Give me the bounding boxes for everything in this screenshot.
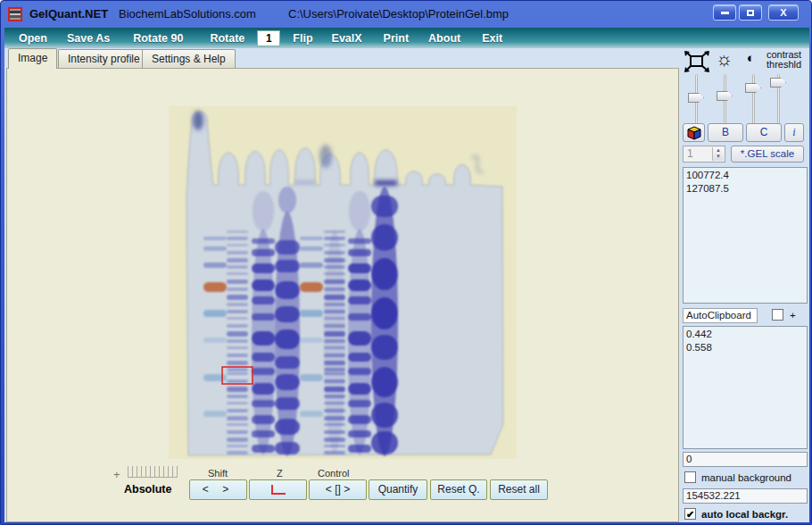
menu-evalx[interactable]: EvalX — [330, 32, 364, 45]
app-window: GelQuant.NET BiochemLabSolutions.com C:\… — [0, 0, 812, 525]
app-icon — [8, 7, 22, 21]
absolute-label: Absolute — [124, 483, 171, 496]
menu-about[interactable]: About — [427, 32, 462, 45]
minimize-icon — [721, 12, 729, 14]
z-button[interactable] — [249, 479, 307, 500]
tab-settings-help[interactable]: Settings & Help — [142, 49, 236, 68]
fit-zoom-icon[interactable] — [684, 51, 709, 72]
auto-local-checkbox[interactable]: ✔ — [684, 508, 696, 520]
open-file-path: C:\Users\Proivate\Desktop\ProteinGel.bmp — [288, 7, 509, 21]
z-label: Z — [277, 468, 283, 479]
menu-exit[interactable]: Exit — [480, 32, 504, 45]
menu-flip[interactable]: Flip — [291, 32, 314, 45]
brightness-icon[interactable]: ☼ — [716, 48, 733, 70]
slider-thumb[interactable] — [745, 83, 761, 93]
shift-button[interactable]: < > — [189, 479, 247, 500]
menu-bar: Open Save As Rotate 90 Rotate 1 Flip Eva… — [4, 28, 809, 48]
b-button[interactable]: B — [708, 123, 743, 142]
spinner-arrows[interactable]: ▲▼ — [712, 147, 724, 161]
quantification-results[interactable]: 100772.4 127087.5 — [683, 167, 808, 304]
brightness-slider[interactable] — [716, 74, 733, 126]
ruler-icon — [128, 466, 178, 478]
menu-rotate[interactable]: Rotate — [208, 32, 246, 45]
slider-thumb[interactable] — [717, 91, 733, 101]
contrast-slider[interactable] — [744, 74, 762, 126]
manual-background-checkbox[interactable] — [684, 471, 696, 483]
reset-all-button[interactable]: Reset all — [490, 479, 548, 500]
minimize-button[interactable] — [713, 4, 736, 21]
background-total-input[interactable]: 154532.221 — [683, 488, 808, 504]
zoom-slider[interactable] — [687, 74, 705, 126]
app-title: GelQuant.NET — [29, 7, 108, 21]
slider-thumb[interactable] — [688, 93, 704, 103]
contrast-icon[interactable]: ◐ — [747, 50, 755, 65]
menu-open[interactable]: Open — [17, 32, 49, 45]
control-button[interactable]: < [] > — [309, 479, 367, 500]
protein-gel-image[interactable] — [169, 106, 517, 459]
app-site: BiochemLabSolutions.com — [119, 7, 256, 21]
info-button[interactable]: i — [784, 123, 804, 142]
manual-background-label: manual background — [701, 472, 791, 483]
c-button[interactable]: C — [746, 123, 782, 142]
right-control-panel: ☼ ◐ contrast threshld B C i 1 ▲▼ — [681, 48, 809, 522]
slider-thumb[interactable] — [770, 78, 786, 88]
tab-intensity-profile[interactable]: Intensity profile — [58, 49, 150, 68]
color-mode-button[interactable] — [683, 123, 705, 142]
menu-save-as[interactable]: Save As — [65, 32, 112, 45]
menu-rotate-90[interactable]: Rotate 90 — [131, 32, 185, 45]
autoclipboard-label: AutoClipboard — [683, 308, 758, 323]
control-label: Control — [318, 468, 349, 479]
maximize-button[interactable] — [739, 4, 762, 21]
tab-image[interactable]: Image — [8, 48, 57, 69]
contrast-threshold-slider[interactable] — [769, 74, 787, 126]
contrast-threshold-label: contrast threshld — [766, 50, 801, 70]
menu-print[interactable]: Print — [382, 32, 410, 45]
reset-q-button[interactable]: Reset Q. — [430, 479, 487, 500]
plus-label: + — [113, 468, 120, 481]
z-shape-icon — [271, 485, 286, 495]
quantify-button[interactable]: Quantify — [369, 479, 427, 500]
autoclipboard-checkbox[interactable] — [772, 309, 783, 321]
ratio-results[interactable]: 0.442 0.558 — [683, 326, 808, 449]
auto-local-label: auto local backgr. — [701, 509, 788, 520]
close-button[interactable]: X — [768, 4, 799, 21]
zoom-factor-spinner[interactable]: 1 ▲▼ — [683, 146, 725, 162]
color-cube-icon — [687, 126, 701, 140]
manual-background-input[interactable]: 0 — [683, 452, 808, 467]
autoclipboard-plus[interactable]: + — [790, 310, 796, 321]
title-bar[interactable]: GelQuant.NET BiochemLabSolutions.com C:\… — [1, 1, 811, 28]
content-area: Image Intensity profile Settings & Help … — [4, 48, 809, 522]
rotate-angle-input[interactable]: 1 — [257, 30, 280, 46]
maximize-icon — [747, 10, 754, 16]
shift-label: Shift — [208, 468, 228, 479]
gel-scale-button[interactable]: *.GEL scale — [731, 146, 804, 162]
